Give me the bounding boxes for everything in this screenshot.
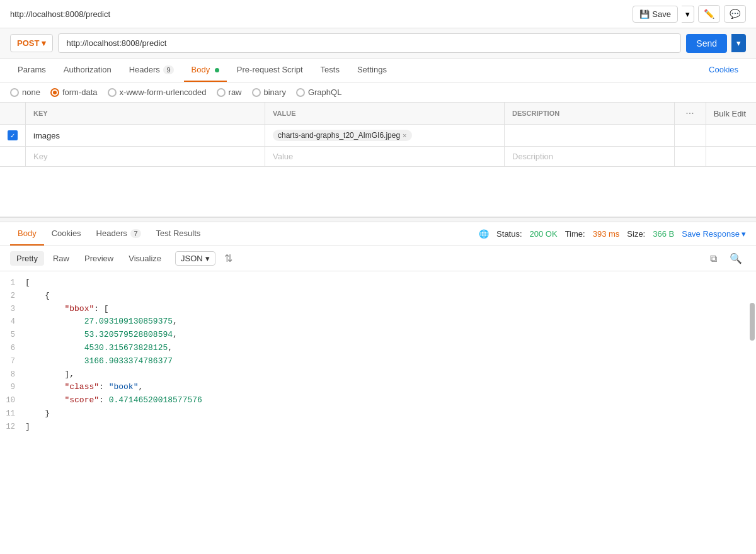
save-dropdown-button[interactable]: ▾ [682,6,694,23]
empty-row-key[interactable]: Key [26,147,265,167]
method-chevron: ▾ [42,38,46,48]
send-dropdown-button[interactable]: ▾ [731,34,746,52]
request-bar: POST ▾ Send ▾ [0,28,756,59]
value-placeholder: Value [273,152,293,161]
scrollbar-handle[interactable] [750,303,755,341]
radio-form-data-circle [50,88,59,97]
radio-binary[interactable]: binary [252,88,286,97]
response-tab-test-results[interactable]: Test Results [149,222,209,246]
response-tab-headers[interactable]: Headers 7 [89,222,149,246]
json-line-11: 11 } [0,407,756,421]
top-bar-url: http://localhost:8008/predict [10,9,110,19]
request-body-spacer [0,167,756,217]
status-value: 200 OK [530,229,558,239]
json-line-7: 7 3166.9033374786377 [0,355,756,368]
file-tag-remove[interactable]: × [403,132,406,139]
col-header-bulk: Bulk Edit [706,103,756,125]
empty-row-value[interactable]: Value [265,147,505,167]
headers-badge: 9 [163,65,173,74]
radio-graphql[interactable]: GraphQL [296,88,341,97]
json-line-4: 4 27.093109130859375, [0,315,756,329]
send-button[interactable]: Send [686,34,727,53]
tab-cookies[interactable]: Cookies [701,59,746,82]
radio-urlencoded-circle [108,88,117,97]
checkbox-checked: ✓ [8,130,18,140]
response-tab-cookies[interactable]: Cookies [44,222,89,246]
radio-none[interactable]: none [10,88,40,97]
time-label: Time: [565,229,585,239]
top-bar-actions: 💾 Save ▾ ✏️ 💬 [633,5,746,23]
row-value-cell: charts-and-graphs_t20_AImGI6.jpeg × [265,125,505,147]
format-tab-pretty[interactable]: Pretty [10,251,44,266]
file-name: charts-and-graphs_t20_AImGI6.jpeg [278,131,400,140]
form-data-table: KEY VALUE DESCRIPTION ··· Bulk Edit ✓ im… [0,103,756,167]
method-select[interactable]: POST ▾ [10,34,53,52]
top-bar: http://localhost:8008/predict 💾 Save ▾ ✏… [0,0,756,28]
json-line-12: 12 ] [0,421,756,434]
size-label: Size: [627,229,645,239]
save-response-chevron: ▾ [742,229,746,239]
format-tab-raw[interactable]: Raw [47,251,76,266]
format-right-actions: ⧉ 🔍 [704,250,746,267]
col-header-checkbox [0,103,26,125]
tab-settings[interactable]: Settings [350,59,394,82]
tab-tests[interactable]: Tests [313,59,347,82]
empty-row-bulk [706,147,756,167]
key-placeholder: Key [33,152,47,161]
body-options: none form-data x-www-form-urlencoded raw… [0,82,756,103]
format-row: Pretty Raw Preview Visualize JSON ▾ ⇅ ⧉ … [0,246,756,271]
status-label: Status: [496,229,522,239]
response-section: Body Cookies Headers 7 Test Results 🌐 St… [0,222,756,439]
table-actions-button[interactable]: ··· [685,108,694,119]
edit-icon-button[interactable]: ✏️ [698,5,720,23]
empty-row-checkbox [0,147,26,167]
empty-row-desc[interactable]: Description [505,147,675,167]
json-line-9: 9 "class": "book", [0,381,756,394]
format-tab-preview[interactable]: Preview [78,251,120,266]
col-header-description: DESCRIPTION [505,103,675,125]
comment-icon-button[interactable]: 💬 [724,5,746,23]
radio-form-data[interactable]: form-data [50,88,98,97]
json-line-1: 1 [ [0,276,756,290]
table-row: ✓ images charts-and-graphs_t20_AImGI6.jp… [0,125,756,147]
tab-params[interactable]: Params [10,59,54,82]
row-key-value: images [33,131,60,140]
radio-graphql-circle [296,88,305,97]
format-tab-visualize[interactable]: Visualize [122,251,168,266]
col-header-value: VALUE [265,103,505,125]
response-tab-body[interactable]: Body [10,222,44,246]
radio-raw-circle [217,88,226,97]
globe-icon: 🌐 [479,229,489,239]
format-json-select[interactable]: JSON ▾ [175,251,215,266]
url-input[interactable] [58,33,681,53]
col-header-key: KEY [26,103,265,125]
tab-body[interactable]: Body [184,59,227,82]
radio-raw[interactable]: raw [217,88,242,97]
file-tag: charts-and-graphs_t20_AImGI6.jpeg × [273,130,412,141]
row-desc-cell [505,125,675,147]
json-line-2: 2 { [0,290,756,303]
json-line-8: 8 ], [0,368,756,382]
time-value: 393 ms [593,229,620,239]
tab-authorization[interactable]: Authorization [56,59,119,82]
response-status-bar: 🌐 Status: 200 OK Time: 393 ms Size: 366 … [479,229,746,239]
format-chevron: ▾ [205,254,210,263]
filter-icon-button[interactable]: ⇅ [220,250,236,267]
save-button[interactable]: 💾 Save [633,6,678,23]
table-empty-row: Key Value Description [0,147,756,167]
response-headers-badge: 7 [130,229,140,238]
tab-headers[interactable]: Headers 9 [122,59,181,82]
row-actions-cell [674,125,706,147]
empty-row-actions [674,147,706,167]
radio-urlencoded[interactable]: x-www-form-urlencoded [108,88,207,97]
save-response-button[interactable]: Save Response ▾ [682,229,746,239]
row-checkbox-cell[interactable]: ✓ [0,125,26,147]
bulk-edit-button[interactable]: Bulk Edit [714,109,746,118]
search-icon-button[interactable]: 🔍 [726,250,746,267]
copy-icon-button[interactable]: ⧉ [706,250,721,267]
radio-none-circle [10,88,19,97]
form-data-table-container: KEY VALUE DESCRIPTION ··· Bulk Edit ✓ im… [0,103,756,167]
col-header-actions: ··· [674,103,706,125]
tab-prerequest[interactable]: Pre-request Script [229,59,311,82]
json-line-6: 6 4530.315673828125, [0,342,756,355]
